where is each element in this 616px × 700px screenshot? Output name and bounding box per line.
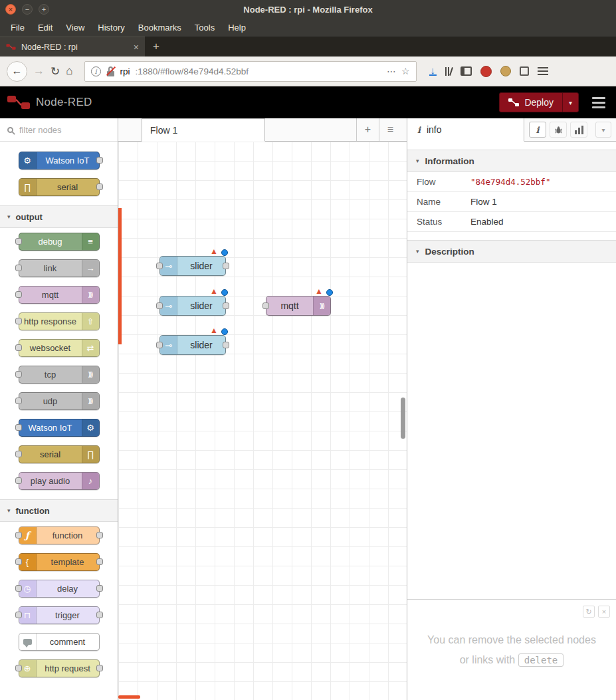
tab-dashboard-button[interactable] [570, 122, 587, 138]
deploy-options-button[interactable]: ▾ [562, 93, 578, 112]
site-info-icon[interactable]: i [91, 66, 101, 76]
palette-category-function[interactable]: ▾function [0, 499, 118, 522]
palette-node-comment[interactable]: comment [19, 633, 100, 651]
output-port[interactable] [223, 263, 229, 269]
palette-scroll-area[interactable]: ⚙Watson IoT∏serial▾outputdebug≡link→mqtt… [0, 142, 118, 700]
downloads-icon[interactable]: ↓ [429, 66, 437, 76]
input-port[interactable] [15, 558, 22, 565]
palette-node-delay[interactable]: ◷delay [19, 580, 100, 598]
input-port[interactable] [15, 477, 22, 484]
input-port[interactable] [15, 532, 22, 538]
flow-node-slider[interactable]: ⊸slider▲ [159, 335, 226, 355]
output-port[interactable] [96, 157, 103, 164]
output-port[interactable] [96, 183, 103, 190]
input-port[interactable] [15, 612, 22, 618]
input-port[interactable] [262, 302, 269, 309]
bookmarks-panel-icon[interactable] [520, 66, 529, 76]
palette-node-tcp[interactable]: tcp))) [19, 366, 100, 384]
tip-close-icon[interactable]: × [598, 606, 610, 618]
tab-close-icon[interactable]: × [134, 42, 139, 53]
input-port[interactable] [156, 263, 163, 269]
input-port[interactable] [15, 451, 22, 457]
palette-node-mqtt[interactable]: mqtt))) [19, 286, 100, 304]
palette-node-serial[interactable]: ∏serial [19, 178, 100, 196]
flow-canvas[interactable]: ⊸slider▲⊸slider▲⊸slider▲mqtt)))▲ [118, 142, 407, 700]
palette-node-http-response[interactable]: http response⇧ [19, 312, 100, 330]
add-flow-button[interactable]: + [356, 118, 379, 141]
flow-tab[interactable]: Flow 1 [142, 118, 265, 142]
palette-node-watson-iot[interactable]: ⚙Watson IoT [19, 152, 100, 170]
reload-button[interactable]: ↻ [51, 64, 60, 78]
input-port[interactable] [15, 291, 22, 298]
palette-node-websocket[interactable]: websocket⇄ [19, 339, 100, 357]
section-information[interactable]: ▾ Information [407, 150, 616, 172]
library-icon[interactable] [445, 67, 452, 76]
sidebar-menu-button[interactable]: ▾ [595, 122, 611, 138]
tab-info-button[interactable]: i [529, 122, 546, 138]
flow-node-mqtt[interactable]: mqtt)))▲ [266, 296, 331, 316]
flow-node-slider[interactable]: ⊸slider▲ [159, 256, 226, 276]
tip-refresh-icon[interactable]: ↻ [583, 606, 595, 618]
palette-category-output[interactable]: ▾output [0, 205, 118, 228]
menu-item-file[interactable]: File [4, 20, 31, 35]
output-port[interactable] [96, 558, 103, 565]
output-port[interactable] [96, 585, 103, 592]
palette-node-trigger[interactable]: ⊓trigger [19, 606, 100, 624]
window-maximize-button[interactable]: + [39, 4, 49, 15]
canvas-hscrollbar-thumb[interactable] [118, 695, 140, 699]
output-port[interactable] [96, 532, 103, 538]
extension-icon[interactable] [500, 66, 511, 76]
menu-item-help[interactable]: Help [221, 20, 253, 35]
browser-tab[interactable]: Node-RED : rpi × [0, 37, 145, 57]
input-port[interactable] [156, 302, 163, 309]
window-close-button[interactable]: × [5, 4, 16, 15]
sidebar-toggle-icon[interactable] [461, 66, 472, 76]
output-port[interactable] [96, 665, 103, 671]
section-description[interactable]: ▾ Description [407, 240, 616, 263]
palette-node-link[interactable]: link→ [19, 259, 100, 277]
bookmark-star-icon[interactable]: ☆ [401, 66, 410, 76]
input-port[interactable] [15, 424, 22, 431]
palette-node-debug[interactable]: debug≡ [19, 233, 100, 251]
forward-button[interactable]: → [33, 64, 45, 78]
menu-item-view[interactable]: View [59, 20, 91, 35]
page-actions-icon[interactable]: ⋯ [387, 66, 396, 76]
input-port[interactable] [15, 344, 22, 351]
palette-node-play-audio[interactable]: play audio♪ [19, 472, 100, 490]
window-minimize-button[interactable]: − [22, 4, 33, 15]
palette-node-http-request[interactable]: ⊕http request [19, 659, 100, 677]
input-port[interactable] [15, 371, 22, 378]
back-button[interactable]: ← [7, 61, 27, 82]
url-bar[interactable]: i rpi:1880/#flow/84e794d4.52bbf ⋯ ☆ [84, 61, 417, 82]
input-port[interactable] [15, 238, 22, 245]
input-port[interactable] [15, 265, 22, 271]
canvas-vscrollbar-thumb[interactable] [401, 398, 405, 439]
output-port[interactable] [96, 612, 103, 618]
menu-item-bookmarks[interactable]: Bookmarks [132, 20, 188, 35]
home-button[interactable]: ⌂ [66, 64, 72, 78]
palette-scrollbar-thumb[interactable] [118, 208, 122, 344]
input-port[interactable] [15, 585, 22, 592]
input-port[interactable] [156, 342, 163, 348]
palette-node-template[interactable]: {template [19, 553, 100, 571]
flow-list-button[interactable]: ≡ [379, 118, 401, 141]
output-port[interactable] [223, 342, 229, 348]
menu-item-history[interactable]: History [91, 20, 131, 35]
palette-node-serial[interactable]: serial∏ [19, 445, 100, 463]
tab-info[interactable]: i info [407, 118, 524, 142]
insecure-lock-icon[interactable] [106, 66, 115, 76]
menu-item-edit[interactable]: Edit [31, 20, 59, 35]
input-port[interactable] [15, 665, 22, 671]
palette-node-udp[interactable]: udp))) [19, 392, 100, 410]
output-port[interactable] [223, 302, 229, 309]
input-port[interactable] [15, 318, 22, 324]
browser-menu-icon[interactable] [538, 67, 548, 75]
new-tab-button[interactable]: + [145, 37, 167, 57]
menu-item-tools[interactable]: Tools [188, 20, 221, 35]
main-menu-icon[interactable] [592, 97, 605, 108]
palette-node-function[interactable]: ƒfunction [19, 526, 100, 544]
tab-debug-button[interactable] [550, 122, 567, 138]
palette-node-watson-iot[interactable]: Watson IoT⚙ [19, 419, 100, 437]
flow-node-slider[interactable]: ⊸slider▲ [159, 296, 226, 316]
input-port[interactable] [15, 398, 22, 404]
